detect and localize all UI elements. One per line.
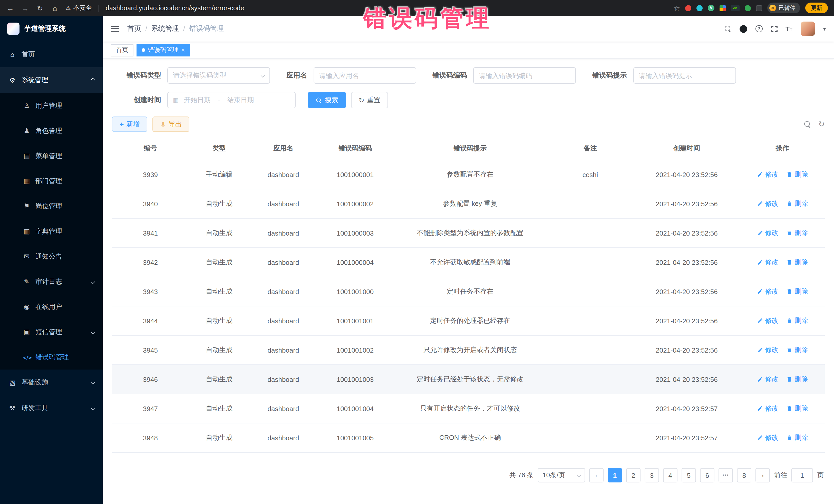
puzzle-icon[interactable]	[756, 5, 762, 11]
star-icon[interactable]: ☆	[674, 4, 680, 12]
sidebar-subitem[interactable]: 部门管理	[0, 168, 103, 194]
breadcrumb-item[interactable]: 错误码管理	[189, 24, 224, 34]
search-button[interactable]: 搜索	[308, 92, 346, 108]
delete-link[interactable]: 删除	[787, 375, 808, 384]
edit-link[interactable]: 修改	[757, 199, 778, 209]
edit-link[interactable]: 修改	[757, 404, 778, 413]
sidebar-item-infrastructure[interactable]: 基础设施	[0, 370, 103, 395]
delete-link[interactable]: 删除	[787, 228, 808, 238]
reload-icon[interactable]: ↻	[36, 4, 44, 12]
vue-devtools-icon[interactable]: V	[708, 5, 715, 11]
update-button[interactable]: 更新	[805, 3, 828, 13]
adblock-icon[interactable]	[685, 5, 691, 11]
error-code-input[interactable]	[479, 72, 570, 79]
colorzilla-icon[interactable]	[697, 5, 703, 11]
page-button[interactable]: •••	[719, 468, 733, 482]
column-header[interactable]: 错误码提示	[393, 137, 547, 160]
sidebar-subitem[interactable]: 字典管理	[0, 219, 103, 244]
error-type-select[interactable]: 请选择错误码类型	[167, 67, 270, 84]
search-icon[interactable]	[724, 25, 731, 32]
delete-link[interactable]: 删除	[787, 199, 808, 209]
toggle-search-icon[interactable]	[805, 121, 811, 128]
github-icon[interactable]	[739, 25, 747, 32]
app-logo-row[interactable]: 芋道管理系统	[0, 16, 103, 42]
goto-page-input[interactable]	[791, 468, 813, 482]
edit-link[interactable]: 修改	[757, 170, 778, 179]
page-button[interactable]: 6	[700, 468, 715, 482]
sidebar-subitem[interactable]: 错误码管理	[0, 344, 103, 370]
add-button[interactable]: + 新增	[112, 116, 147, 132]
tab[interactable]: 错误码管理 ×	[136, 44, 190, 56]
delete-link[interactable]: 删除	[787, 345, 808, 355]
security-chip[interactable]: ⚠ 不安全	[66, 4, 92, 12]
next-page-button[interactable]: ›	[755, 468, 770, 482]
prev-page-button[interactable]: ‹	[589, 468, 603, 482]
sidebar-item-system[interactable]: 系统管理	[0, 67, 103, 93]
edit-link[interactable]: 修改	[757, 433, 778, 442]
page-button[interactable]: 3	[644, 468, 659, 482]
sidebar-subitem[interactable]: 短信管理	[0, 319, 103, 344]
hamburger-icon[interactable]	[111, 26, 119, 32]
app-name-input[interactable]	[319, 72, 410, 79]
page-button[interactable]: 8	[737, 468, 751, 482]
edit-link[interactable]: 修改	[757, 258, 778, 267]
tab-close-icon[interactable]: ×	[181, 47, 185, 53]
error-hint-input[interactable]	[639, 72, 730, 79]
page-button[interactable]: 4	[663, 468, 678, 482]
sidebar-item-dev-tools[interactable]: 研发工具	[0, 395, 103, 421]
table-refresh-icon[interactable]: ↻	[818, 119, 825, 129]
edit-link[interactable]: 修改	[757, 316, 778, 325]
delete-link[interactable]: 删除	[787, 316, 808, 325]
breadcrumb-item[interactable]: 首页	[127, 24, 141, 34]
font-size-icon[interactable]	[786, 24, 792, 34]
column-header[interactable]: 创建时间	[633, 137, 740, 160]
help-icon[interactable]	[755, 25, 762, 32]
home-icon[interactable]: ⌂	[51, 4, 59, 12]
breadcrumb-item[interactable]: 系统管理	[151, 24, 179, 34]
delete-link[interactable]: 删除	[787, 433, 808, 442]
column-header[interactable]: 应用名	[249, 137, 317, 160]
avatar[interactable]	[800, 22, 815, 36]
delete-link[interactable]: 删除	[787, 258, 808, 267]
edit-link[interactable]: 修改	[757, 345, 778, 355]
back-icon[interactable]: ←	[6, 4, 14, 12]
cell-error-hint: 不允许获取敏感配置到前端	[393, 248, 547, 277]
sidebar-item-home[interactable]: 首页	[0, 42, 103, 67]
date-range-picker[interactable]: ▦ 开始日期 - 结束日期	[167, 92, 295, 108]
column-header[interactable]: 编号	[112, 137, 189, 160]
column-header[interactable]: 操作	[740, 137, 825, 160]
sidebar-subitem[interactable]: 通知公告	[0, 244, 103, 269]
page-button[interactable]: 5	[682, 468, 696, 482]
caret-down-icon[interactable]: ▾	[823, 26, 826, 31]
delete-link[interactable]: 删除	[787, 287, 808, 296]
page-size-select[interactable]: 10条/页	[538, 468, 585, 482]
switch-on-icon[interactable]: on	[731, 5, 740, 11]
delete-link[interactable]: 删除	[787, 170, 808, 179]
delete-link[interactable]: 删除	[787, 404, 808, 413]
tab[interactable]: 首页 ×	[111, 44, 133, 56]
page-button[interactable]: 1	[608, 468, 622, 482]
sidebar-subitem-label: 在线用户	[36, 302, 62, 311]
extensions-grid-icon[interactable]	[720, 5, 726, 11]
profile-paused-badge[interactable]: ☻ 已暂停	[767, 3, 800, 13]
forward-icon[interactable]: →	[21, 4, 29, 12]
sidebar-subitem[interactable]: 岗位管理	[0, 194, 103, 219]
column-header[interactable]: 错误码编码	[317, 137, 393, 160]
leaf-icon[interactable]	[745, 5, 751, 11]
edit-link[interactable]: 修改	[757, 228, 778, 238]
sidebar-subitem[interactable]: 在线用户	[0, 294, 103, 319]
edit-link[interactable]: 修改	[757, 287, 778, 296]
page-button[interactable]: 2	[626, 468, 640, 482]
address-bar[interactable]: dashboard.yudao.iocoder.cn/system/error-…	[106, 4, 244, 12]
reset-button[interactable]: ↻ 重置	[351, 92, 388, 108]
sidebar-item-label: 系统管理	[22, 75, 48, 85]
export-button[interactable]: ⇩ 导出	[152, 116, 190, 132]
sidebar-subitem[interactable]: 用户管理	[0, 93, 103, 118]
sidebar-subitem[interactable]: 审计日志	[0, 269, 103, 294]
sidebar-subitem[interactable]: 角色管理	[0, 118, 103, 143]
sidebar-subitem[interactable]: 菜单管理	[0, 143, 103, 168]
column-header[interactable]: 类型	[189, 137, 249, 160]
fullscreen-icon[interactable]	[771, 25, 777, 32]
edit-link[interactable]: 修改	[757, 375, 778, 384]
column-header[interactable]: 备注	[547, 137, 633, 160]
